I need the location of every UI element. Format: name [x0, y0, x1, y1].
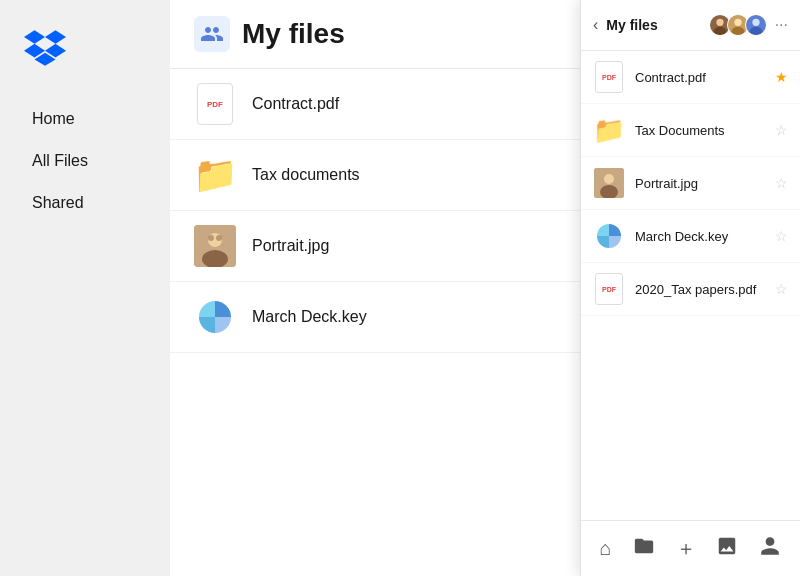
panel-file-thumb-march-deck: [593, 220, 625, 252]
main-content: My files ≡ 🔔 3 PDF Contract.pdf: [170, 0, 800, 576]
svg-point-17: [749, 27, 762, 36]
header-folder-icon: [194, 16, 230, 52]
panel-file-name-portrait: Portrait.jpg: [635, 176, 765, 191]
file-thumbnail-portrait: [194, 225, 236, 267]
footer-folder-svg: [633, 535, 655, 557]
logo: [0, 20, 170, 100]
panel-file-item-portrait[interactable]: Portrait.jpg ☆: [581, 157, 800, 210]
panel-star-2020-tax[interactable]: ☆: [775, 281, 788, 297]
panel-pdf-icon: PDF: [595, 61, 623, 93]
panel-file-item-contract[interactable]: PDF Contract.pdf ★: [581, 51, 800, 104]
footer-person-svg: [759, 535, 781, 557]
footer-person-icon[interactable]: [759, 535, 781, 562]
folder-icon: 📁: [193, 154, 238, 196]
portrait-preview: [194, 225, 236, 267]
panel-file-thumb-tax: 📁: [593, 114, 625, 146]
pdf-icon: PDF: [197, 83, 233, 125]
panel-file-list: PDF Contract.pdf ★ 📁 Tax Documents ☆: [581, 51, 800, 520]
mobile-panel: ‹ My files: [580, 0, 800, 576]
image-thumbnail: [194, 225, 236, 267]
sidebar-navigation: Home All Files Shared: [0, 100, 170, 222]
footer-folder-icon[interactable]: [633, 535, 655, 562]
panel-star-contract[interactable]: ★: [775, 69, 788, 85]
svg-point-11: [713, 27, 726, 36]
panel-back-button[interactable]: ‹: [593, 16, 598, 34]
svg-point-16: [752, 19, 759, 26]
dropbox-logo-icon: [24, 30, 66, 66]
panel-file-name-tax: Tax Documents: [635, 123, 765, 138]
panel-star-march-deck[interactable]: ☆: [775, 228, 788, 244]
svg-point-7: [216, 235, 222, 241]
panel-image-thumb: [594, 168, 624, 198]
panel-file-thumb-portrait: [593, 167, 625, 199]
svg-point-19: [604, 174, 614, 184]
panel-keynote-icon: [595, 222, 623, 250]
panel-file-item-tax[interactable]: 📁 Tax Documents ☆: [581, 104, 800, 157]
panel-file-name-march-deck: March Deck.key: [635, 229, 765, 244]
file-thumbnail-contract: PDF: [194, 83, 236, 125]
panel-file-name-contract: Contract.pdf: [635, 70, 765, 85]
sidebar-item-shared[interactable]: Shared: [8, 184, 162, 222]
panel-pdf-icon-2020: PDF: [595, 273, 623, 305]
panel-file-name-2020-tax: 2020_Tax papers.pdf: [635, 282, 765, 297]
sidebar: Home All Files Shared: [0, 0, 170, 576]
panel-avatars: [709, 14, 767, 36]
panel-file-thumb-2020-tax: PDF: [593, 273, 625, 305]
panel-file-thumb-contract: PDF: [593, 61, 625, 93]
panel-avatar-3: [745, 14, 767, 36]
sidebar-item-all-files[interactable]: All Files: [8, 142, 162, 180]
panel-more-button[interactable]: ···: [775, 16, 788, 34]
panel-header: ‹ My files: [581, 0, 800, 51]
people-icon: [200, 22, 224, 46]
keynote-icon: [197, 299, 233, 335]
panel-star-portrait[interactable]: ☆: [775, 175, 788, 191]
file-thumbnail-march-deck: [194, 296, 236, 338]
panel-portrait-preview: [594, 168, 624, 198]
panel-file-item-march-deck[interactable]: March Deck.key ☆: [581, 210, 800, 263]
panel-footer: ⌂ ＋: [581, 520, 800, 576]
svg-point-13: [734, 19, 741, 26]
svg-point-14: [731, 27, 744, 36]
svg-point-10: [716, 19, 723, 26]
svg-point-6: [208, 235, 214, 241]
panel-file-item-2020-tax[interactable]: PDF 2020_Tax papers.pdf ☆: [581, 263, 800, 316]
panel-folder-icon: 📁: [593, 115, 625, 146]
panel-star-tax[interactable]: ☆: [775, 122, 788, 138]
footer-home-icon[interactable]: ⌂: [599, 537, 611, 560]
panel-avatar-img-3: [746, 14, 766, 36]
sidebar-item-home[interactable]: Home: [8, 100, 162, 138]
footer-image-icon[interactable]: [716, 535, 738, 562]
footer-image-svg: [716, 535, 738, 557]
panel-title: My files: [606, 17, 700, 33]
file-thumbnail-tax: 📁: [194, 154, 236, 196]
footer-add-icon[interactable]: ＋: [676, 535, 696, 562]
